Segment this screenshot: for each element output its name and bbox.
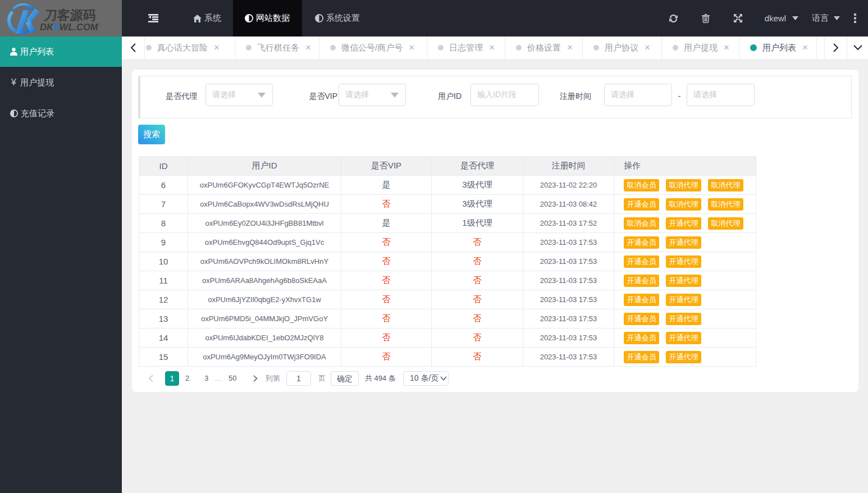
svg-text:刀客源码: 刀客源码 [43,8,97,22]
svg-text:DKEWL.COM: DKEWL.COM [40,22,99,32]
